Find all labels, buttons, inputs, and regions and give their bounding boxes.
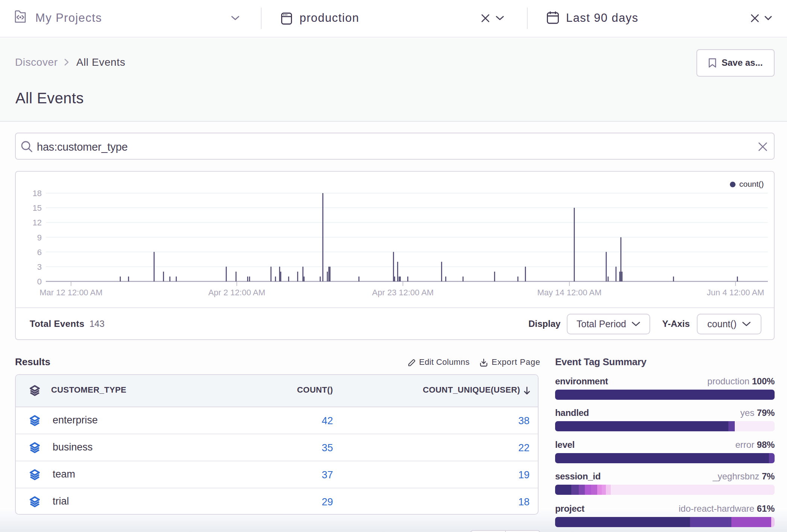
svg-text:18: 18 bbox=[33, 189, 42, 198]
svg-text:15: 15 bbox=[33, 203, 42, 213]
svg-text:Mar 12 12:00 AM: Mar 12 12:00 AM bbox=[39, 288, 103, 297]
svg-text:6: 6 bbox=[37, 248, 42, 257]
svg-text:Apr 23 12:00 AM: Apr 23 12:00 AM bbox=[372, 288, 434, 297]
svg-text:Apr 2 12:00 AM: Apr 2 12:00 AM bbox=[208, 288, 265, 297]
svg-text:count(): count() bbox=[739, 180, 764, 188]
svg-text:Jun 4 12:00 AM: Jun 4 12:00 AM bbox=[707, 288, 764, 297]
svg-text:0: 0 bbox=[37, 277, 42, 286]
svg-text:12: 12 bbox=[33, 218, 42, 227]
svg-text:9: 9 bbox=[37, 233, 42, 242]
svg-text:3: 3 bbox=[37, 262, 42, 272]
svg-text:May 14 12:00 AM: May 14 12:00 AM bbox=[537, 288, 601, 297]
